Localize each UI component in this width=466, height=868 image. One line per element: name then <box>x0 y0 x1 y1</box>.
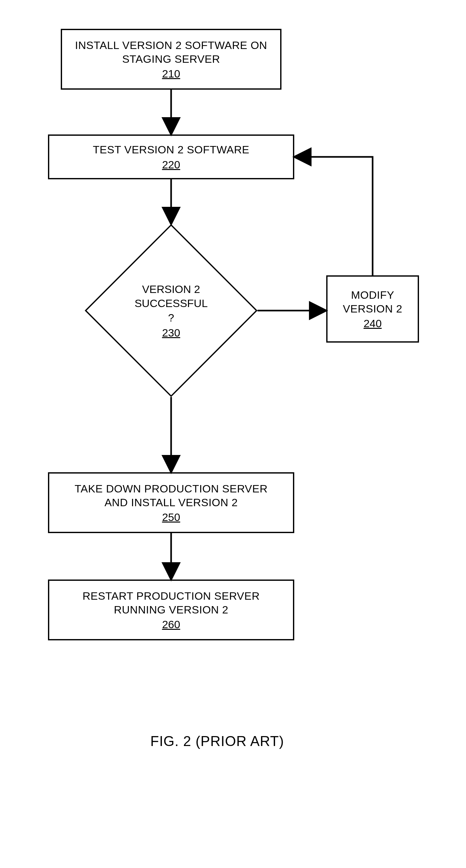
decision-label: VERSION 2 SUCCESSFUL ? <box>135 282 208 325</box>
process-box-210: INSTALL VERSION 2 SOFTWARE ON STAGING SE… <box>61 29 281 90</box>
process-label: TEST VERSION 2 SOFTWARE <box>93 143 249 157</box>
process-box-250: TAKE DOWN PRODUCTION SERVER AND INSTALL … <box>48 472 294 533</box>
process-label: INSTALL VERSION 2 SOFTWARE ON STAGING SE… <box>75 38 267 66</box>
flowchart-canvas: INSTALL VERSION 2 SOFTWARE ON STAGING SE… <box>0 0 466 868</box>
process-ref: 250 <box>162 511 180 524</box>
process-box-240: MODIFY VERSION 2 240 <box>326 275 419 343</box>
figure-caption: FIG. 2 (PRIOR ART) <box>150 733 284 749</box>
edge-240-220 <box>296 157 373 275</box>
process-box-260: RESTART PRODUCTION SERVER RUNNING VERSIO… <box>48 580 294 640</box>
process-label: RESTART PRODUCTION SERVER RUNNING VERSIO… <box>82 589 260 616</box>
process-label: TAKE DOWN PRODUCTION SERVER AND INSTALL … <box>74 482 268 509</box>
process-ref: 240 <box>364 317 382 330</box>
process-box-220: TEST VERSION 2 SOFTWARE 220 <box>48 134 294 179</box>
decision-ref: 230 <box>162 327 180 339</box>
process-ref: 260 <box>162 618 180 631</box>
process-label: MODIFY VERSION 2 <box>343 288 402 315</box>
process-ref: 210 <box>162 67 180 80</box>
decision-box-230: VERSION 2 SUCCESSFUL ? 230 <box>85 224 258 397</box>
process-ref: 220 <box>162 158 180 171</box>
